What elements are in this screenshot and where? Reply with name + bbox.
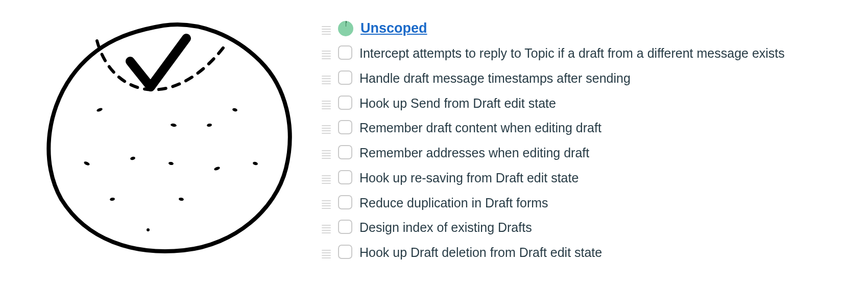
- task-label[interactable]: Remember draft content when editing draf…: [359, 119, 601, 137]
- task-row: Hook up Draft deletion from Draft edit s…: [322, 244, 848, 262]
- illustration-panel: [0, 0, 317, 308]
- task-row: Hook up Send from Draft edit state: [322, 94, 848, 112]
- task-checkbox[interactable]: [338, 70, 352, 85]
- section-title-link[interactable]: Unscoped: [360, 20, 427, 36]
- drag-handle-icon[interactable]: [322, 200, 334, 209]
- drag-handle-icon[interactable]: [322, 51, 334, 59]
- drag-handle-icon[interactable]: [322, 101, 334, 109]
- task-row: Handle draft message timestamps after se…: [322, 69, 848, 87]
- scope-sketch-icon: [31, 10, 306, 266]
- task-checkbox[interactable]: [338, 170, 352, 184]
- section-header: Unscoped: [322, 20, 848, 36]
- drag-handle-icon[interactable]: [322, 225, 334, 233]
- task-label[interactable]: Design index of existing Drafts: [359, 219, 532, 236]
- task-label[interactable]: Reduce duplication in Draft forms: [359, 194, 548, 212]
- task-label[interactable]: Handle draft message timestamps after se…: [359, 69, 631, 87]
- svg-point-11: [147, 228, 150, 231]
- task-row: Reduce duplication in Draft forms: [322, 194, 848, 212]
- task-list: Intercept attempts to reply to Topic if …: [322, 44, 848, 262]
- page-root: Unscoped Intercept attempts to reply to …: [0, 0, 868, 308]
- task-checkbox[interactable]: [338, 45, 352, 60]
- task-checkbox[interactable]: [338, 245, 352, 259]
- task-label[interactable]: Remember addresses when editing draft: [359, 144, 589, 162]
- progress-pie-icon: [338, 21, 353, 36]
- drag-handle-icon[interactable]: [322, 250, 334, 258]
- drag-handle-icon[interactable]: [322, 76, 334, 84]
- task-row: Remember draft content when editing draf…: [322, 119, 848, 137]
- task-row: Design index of existing Drafts: [322, 219, 848, 236]
- drag-handle-icon[interactable]: [322, 26, 334, 35]
- task-label[interactable]: Hook up Draft deletion from Draft edit s…: [359, 244, 602, 262]
- drag-handle-icon[interactable]: [322, 125, 334, 134]
- drag-handle-icon[interactable]: [322, 150, 334, 159]
- task-list-panel: Unscoped Intercept attempts to reply to …: [317, 0, 868, 308]
- task-label[interactable]: Intercept attempts to reply to Topic if …: [359, 44, 785, 62]
- task-checkbox[interactable]: [338, 96, 352, 110]
- task-label[interactable]: Hook up re-saving from Draft edit state: [359, 169, 578, 187]
- task-row: Intercept attempts to reply to Topic if …: [322, 44, 848, 62]
- task-checkbox[interactable]: [338, 120, 352, 134]
- task-checkbox[interactable]: [338, 195, 352, 209]
- task-checkbox[interactable]: [338, 220, 352, 234]
- task-label[interactable]: Hook up Send from Draft edit state: [359, 94, 556, 112]
- drag-handle-icon[interactable]: [322, 175, 334, 184]
- task-checkbox[interactable]: [338, 145, 352, 159]
- task-row: Remember addresses when editing draft: [322, 144, 848, 162]
- task-row: Hook up re-saving from Draft edit state: [322, 169, 848, 187]
